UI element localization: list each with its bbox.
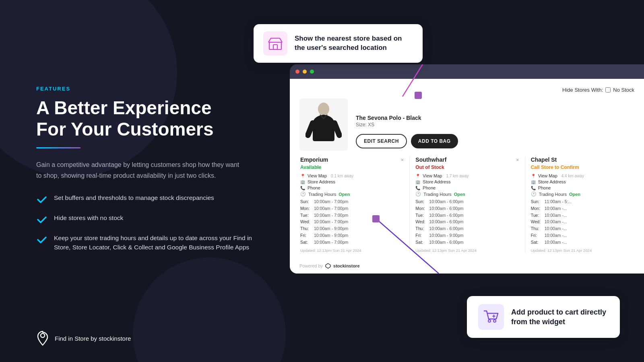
check-icon [36, 234, 47, 245]
powered-by-text: Powered by [299, 263, 323, 268]
map-pin-icon: 📍 [300, 174, 305, 178]
phone-row: 📞 Phone [531, 185, 634, 190]
store-name: Southwharf [415, 156, 446, 163]
check-icon [36, 214, 47, 225]
trading-hours-label: Trading Hours [539, 192, 567, 197]
widget-container: Hide Stores With: No Stock [290, 79, 644, 274]
purple-dot-top [415, 92, 422, 99]
product-image [299, 99, 348, 151]
hide-stores-label: Hide Stores With: No Stock [562, 87, 634, 93]
store-address-link[interactable]: Store Address [538, 179, 566, 184]
feature-text-1: Set buffers and thresholds to manage sto… [54, 193, 214, 202]
close-button[interactable]: × [516, 157, 519, 163]
left-panel: FEATURES A Better Experience For Your Cu… [36, 0, 270, 362]
add-to-bag-button[interactable]: ADD TO BAG [411, 134, 458, 148]
view-map-row: 📍 View Map 0.1 km away [300, 173, 404, 178]
store-card-emporium: Emporium × Available 📍 View Map 0.1 km a… [299, 156, 410, 253]
browser-chrome [290, 64, 644, 79]
phone-icon: 📞 [531, 186, 536, 190]
stockinstore-logo-icon [325, 263, 331, 269]
widget-top-bar: Hide Stores With: No Stock [299, 87, 634, 93]
browser-dot-yellow [303, 70, 307, 74]
view-map-row: 📍 View Map 1.7 km away [415, 173, 519, 178]
feature-list: Set buffers and thresholds to manage sto… [36, 193, 270, 260]
edit-search-button[interactable]: EDIT SEARCH [356, 134, 407, 148]
action-buttons: EDIT SEARCH ADD TO BAG [356, 134, 458, 148]
phone-link[interactable]: Phone [423, 185, 436, 190]
map-pin-icon: 📍 [415, 174, 420, 178]
store-icon [268, 36, 283, 51]
hours-status: Open [569, 192, 580, 197]
no-stock-checkbox[interactable] [605, 87, 611, 93]
phone-row: 📞 Phone [415, 185, 519, 190]
clock-icon: 🕐 [531, 191, 537, 197]
trading-hours-label: Trading Hours [308, 192, 336, 197]
store-card-chapel-st: Chapel St Call Store to Confirm 📍 View M… [525, 156, 634, 253]
no-stock-text: No Stock [613, 87, 634, 93]
browser-dot-green [310, 70, 314, 74]
svg-marker-6 [326, 263, 330, 268]
browser-dot-red [295, 70, 299, 74]
trading-hours-label: Trading Hours [423, 192, 451, 197]
view-map-link[interactable]: View Map [538, 173, 557, 178]
view-map-row: 📍 View Map 4.4 km away [531, 173, 634, 178]
building-icon: 🏢 [415, 180, 420, 184]
brand-name: Find in Store by stockinstore [55, 335, 131, 342]
hours-table: Sun:10:00am - 7:00pm Mon:10:00am - 7:00p… [300, 198, 404, 246]
main-heading: A Better Experience For Your Customers [36, 97, 270, 140]
view-map-link[interactable]: View Map [308, 173, 327, 178]
svg-point-9 [493, 320, 496, 322]
store-icon-wrap [263, 31, 287, 56]
store-address-row: 🏢 Store Address [300, 179, 404, 184]
stockinstore-brand: stockinstore [333, 263, 359, 268]
powered-by: Powered by stockinstore [299, 263, 360, 269]
list-item: Keep your store trading hours and detail… [36, 233, 270, 252]
updated-text: Updated: 12:13pm Sun 21 Apr 2024 [531, 248, 634, 253]
view-map-link[interactable]: View Map [423, 173, 442, 178]
hours-table: Sun:10:00am - 6:00pm Mon:10:00am - 6:00p… [415, 198, 519, 246]
trading-hours-row: 🕐 Trading Hours Open [300, 191, 404, 197]
phone-link[interactable]: Phone [308, 185, 320, 190]
divider-line [36, 147, 80, 148]
store-name: Emporium [300, 156, 328, 163]
store-card-southwharf: Southwharf × Out of Stock 📍 View Map 1.7… [410, 156, 525, 253]
store-status-out: Out of Stock [415, 165, 519, 170]
distance: 4.4 km away [561, 174, 584, 178]
stores-area: Emporium × Available 📍 View Map 0.1 km a… [299, 156, 634, 253]
feature-text-3: Keep your store trading hours and detail… [54, 233, 270, 252]
store-address-link[interactable]: Store Address [423, 179, 450, 184]
phone-link[interactable]: Phone [538, 185, 551, 190]
product-row: The Sevona Polo - Black Size: XS EDIT SE… [299, 99, 634, 151]
svg-rect-1 [269, 42, 281, 49]
store-address-link[interactable]: Store Address [308, 179, 335, 184]
store-address-row: 🏢 Store Address [415, 179, 519, 184]
phone-icon: 📞 [415, 186, 420, 190]
distance: 0.1 km away [331, 174, 353, 178]
list-item: Set buffers and thresholds to manage sto… [36, 193, 270, 205]
hide-stores-text: Hide Stores With: [562, 87, 603, 93]
hours-table: Sun:11:00am - 5:... Mon:10:00am -... Tue… [531, 198, 634, 246]
store-header: Emporium × [300, 156, 404, 163]
trading-hours-row: 🕐 Trading Hours Open [415, 191, 519, 197]
updated-text: Updated: 12:13pm Sun 21 Apr 2024 [415, 248, 519, 253]
svg-point-0 [41, 333, 45, 337]
phone-icon: 📞 [300, 186, 305, 190]
store-header: Chapel St [531, 156, 634, 163]
heading-line1: A Better Experience [36, 97, 211, 118]
purple-dot-bottom [372, 215, 380, 222]
brand-footer: Find in Store by stockinstore [36, 331, 131, 346]
product-size: Size: XS [356, 122, 458, 128]
close-button[interactable]: × [401, 157, 404, 163]
cart-icon [483, 309, 500, 325]
clock-icon: 🕐 [415, 191, 421, 197]
cart-icon-wrap [478, 304, 504, 330]
features-label: FEATURES [36, 86, 270, 92]
browser-mockup: Hide Stores With: No Stock [290, 64, 644, 274]
phone-row: 📞 Phone [300, 185, 404, 190]
store-status-call: Call Store to Confirm [531, 165, 634, 170]
hours-status: Open [454, 192, 465, 197]
svg-rect-3 [273, 45, 277, 49]
hours-status: Open [339, 192, 350, 197]
clock-icon: 🕐 [300, 191, 306, 197]
store-status-available: Available [300, 165, 404, 170]
